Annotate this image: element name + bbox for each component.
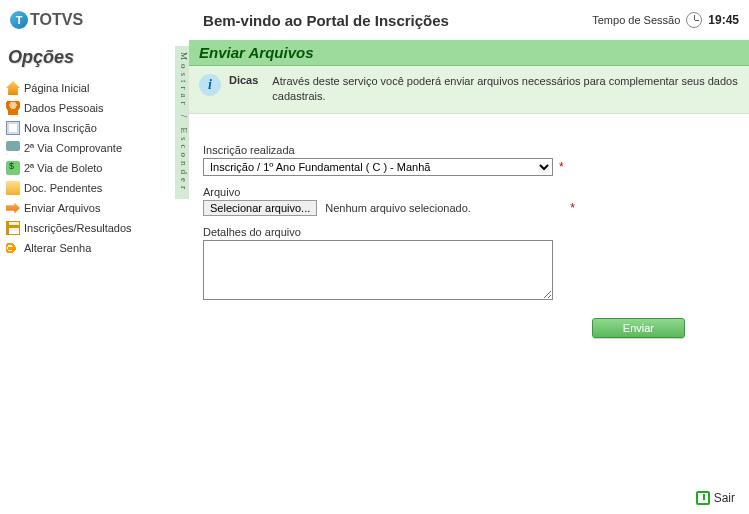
- sidebar-item-label: Dados Pessoais: [24, 102, 104, 114]
- tip-label: Dicas: [229, 74, 258, 86]
- power-icon: [696, 491, 710, 505]
- sidebar-item-receipt-copy[interactable]: 2ª Via Comprovante: [4, 138, 175, 158]
- content-panel: Enviar Arquivos i Dicas Através deste se…: [189, 40, 749, 485]
- sidebar-item-boleto-copy[interactable]: 2ª Via de Boleto: [4, 158, 175, 178]
- detalhes-label: Detalhes do arquivo: [203, 226, 735, 238]
- key-icon: [6, 241, 20, 255]
- sidebar-item-label: 2ª Via de Boleto: [24, 162, 102, 174]
- exit-label: Sair: [714, 491, 735, 505]
- exit-link[interactable]: Sair: [696, 491, 735, 505]
- sidebar-item-label: Página Inicial: [24, 82, 89, 94]
- sidebar-item-upload-files[interactable]: Enviar Arquivos: [4, 198, 175, 218]
- arrow-right-icon: [6, 201, 20, 215]
- header: T TOTVS Bem-vindo ao Portal de Inscriçõe…: [0, 0, 749, 40]
- footer: Sair: [0, 485, 749, 514]
- session-label: Tempo de Sessão: [592, 14, 680, 26]
- file-select-button[interactable]: Selecionar arquivo...: [203, 200, 317, 216]
- sidebar-item-label: Doc. Pendentes: [24, 182, 102, 194]
- tip-text: Através deste serviço você poderá enviar…: [272, 74, 739, 105]
- sidebar-title: Opções: [4, 45, 175, 78]
- sidebar-item-new-enrollment[interactable]: Nova Inscrição: [4, 118, 175, 138]
- sidebar: Opções Página Inicial Dados Pessoais Nov…: [0, 40, 175, 485]
- clock-icon: [686, 12, 702, 28]
- logo: T TOTVS: [10, 11, 83, 29]
- money-icon: [6, 161, 20, 175]
- sidebar-item-label: Alterar Senha: [24, 242, 91, 254]
- logo-text: TOTVS: [30, 11, 83, 29]
- sidebar-item-label: Enviar Arquivos: [24, 202, 100, 214]
- required-marker: *: [570, 201, 575, 215]
- inscricao-select[interactable]: Inscrição / 1º Ano Fundamental ( C ) - M…: [203, 158, 553, 176]
- sidebar-item-pending-docs[interactable]: Doc. Pendentes: [4, 178, 175, 198]
- folder-icon: [6, 181, 20, 195]
- user-icon: [6, 101, 20, 115]
- logo-icon: T: [10, 11, 28, 29]
- session-info: Tempo de Sessão 19:45: [592, 12, 739, 28]
- submit-button[interactable]: Enviar: [592, 318, 685, 338]
- panel-title: Enviar Arquivos: [189, 40, 749, 66]
- sidebar-item-personal-data[interactable]: Dados Pessoais: [4, 98, 175, 118]
- home-icon: [6, 81, 20, 95]
- tip-box: i Dicas Através deste serviço você poder…: [189, 66, 749, 114]
- sidebar-item-results[interactable]: Inscrições/Resultados: [4, 218, 175, 238]
- sidebar-item-label: Inscrições/Resultados: [24, 222, 132, 234]
- sidebar-item-home[interactable]: Página Inicial: [4, 78, 175, 98]
- inscricao-label: Inscrição realizada: [203, 144, 735, 156]
- sidebar-item-label: 2ª Via Comprovante: [24, 142, 122, 154]
- sidebar-toggle[interactable]: Mostrar / Esconder: [175, 46, 189, 199]
- page-title: Bem-vindo ao Portal de Inscrições: [83, 12, 592, 29]
- sidebar-item-change-password[interactable]: Alterar Senha: [4, 238, 175, 258]
- sidebar-item-label: Nova Inscrição: [24, 122, 97, 134]
- document-icon: [6, 121, 20, 135]
- printer-icon: [6, 141, 20, 155]
- detalhes-textarea[interactable]: [203, 240, 553, 300]
- upload-form: Inscrição realizada Inscrição / 1º Ano F…: [189, 114, 749, 348]
- session-time: 19:45: [708, 13, 739, 27]
- arquivo-label: Arquivo: [203, 186, 735, 198]
- list-icon: [6, 221, 20, 235]
- file-status-text: Nenhum arquivo selecionado.: [325, 202, 471, 214]
- info-icon: i: [199, 74, 221, 96]
- required-marker: *: [559, 160, 564, 174]
